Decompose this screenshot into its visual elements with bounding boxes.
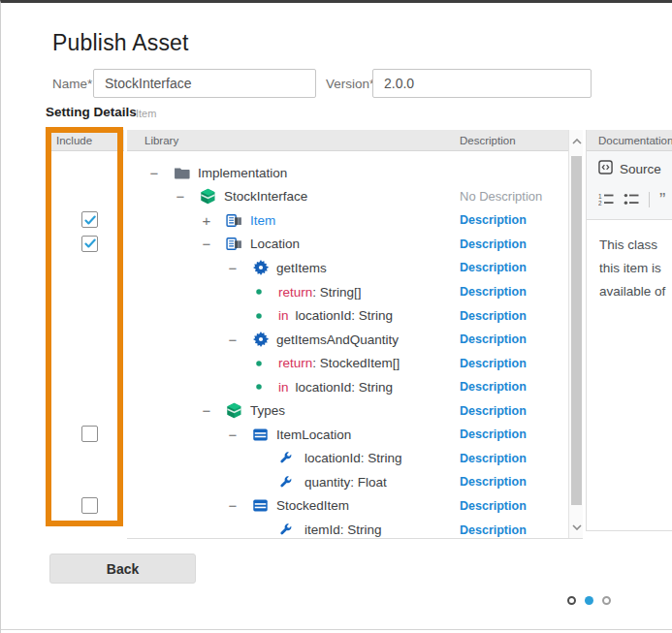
tree-row-getitemsandquantity[interactable]: −getItemsAndQuantityDescription — [127, 328, 568, 352]
name-input[interactable] — [93, 69, 316, 98]
expander-minus-icon[interactable]: − — [147, 166, 161, 180]
tree-node-label: Location — [250, 237, 300, 251]
description-link-getitems-in[interactable]: Description — [460, 309, 527, 323]
documentation-text-line: this item is — [599, 257, 672, 280]
description-link-location[interactable]: Description — [460, 237, 527, 251]
toolbar-divider — [649, 192, 650, 207]
version-label: Version* — [326, 77, 374, 91]
tree-row-getitems-in[interactable]: inlocationId: StringDescription — [127, 303, 568, 328]
tree-row-getitems[interactable]: −getItemsDescription — [127, 256, 568, 280]
expander-minus-icon[interactable]: − — [200, 403, 213, 418]
tree-row-implementation[interactable]: −Implementation — [127, 161, 568, 185]
description-link-itemlocation[interactable]: Description — [460, 427, 527, 441]
documentation-text-line: This class — [599, 234, 672, 257]
ordered-list-icon[interactable]: 12 — [598, 193, 614, 206]
table-header: Library Description — [127, 130, 568, 151]
description-link-si-itemid[interactable]: Description — [460, 523, 527, 537]
tree-node-label: StockInterface — [224, 189, 307, 204]
tree-node-label: inlocationId: String — [278, 308, 393, 323]
tree-row-itemlocation[interactable]: −ItemLocationDescription — [127, 423, 568, 447]
wrench-icon — [278, 476, 292, 489]
tree-row-stockinterface[interactable]: −StockInterfaceNo Description — [127, 185, 568, 209]
struct-icon — [252, 427, 269, 443]
expander-minus-icon[interactable]: − — [174, 189, 187, 204]
setting-details-selected-item: Item — [136, 108, 156, 119]
expander-minus-icon[interactable]: − — [200, 237, 213, 251]
scroll-up-icon[interactable] — [569, 132, 584, 151]
package-icon — [200, 188, 216, 205]
tree-row-gaq-in[interactable]: inlocationId: StringDescription — [127, 375, 568, 399]
publish-asset-dialog: Publish Asset Name* Version* Setting Det… — [0, 0, 672, 633]
param-bullet-icon — [252, 287, 266, 297]
description-link-gaq-in[interactable]: Description — [460, 380, 527, 394]
param-bullet-icon — [252, 359, 266, 368]
scrollbar-thumb[interactable] — [571, 156, 582, 505]
tree-node-label: getItems — [276, 261, 327, 275]
documentation-content: This classthis item isavailable of — [587, 220, 672, 303]
include-checkbox-item-checked[interactable] — [81, 211, 98, 228]
expander-plus-icon[interactable]: + — [200, 213, 213, 228]
tree-row-getitems-return[interactable]: return: String[]Description — [127, 280, 568, 304]
operation-gear-icon — [252, 260, 269, 275]
back-button[interactable]: Back — [49, 554, 196, 584]
operation-gear-icon — [252, 332, 269, 347]
tree-row-stockeditem[interactable]: −StockedItemDescription — [127, 494, 568, 519]
setting-details-label: Setting Details — [46, 105, 137, 119]
dialog-bottom-edge — [1, 629, 672, 630]
svg-text:2: 2 — [598, 200, 602, 206]
wrench-icon — [278, 452, 292, 464]
tree-row-il-locationid[interactable]: locationId: StringDescription — [127, 447, 568, 471]
include-checkbox-location-checked[interactable] — [81, 236, 98, 252]
tree-row-location[interactable]: −LocationDescription — [127, 233, 568, 257]
expander-minus-icon[interactable]: − — [226, 427, 240, 442]
tree-row-gaq-return[interactable]: return: StockedItem[]Description — [127, 351, 568, 375]
description-link-getitemsandquantity[interactable]: Description — [460, 332, 527, 346]
pagination-dot-1-inactive-dark[interactable] — [567, 596, 576, 605]
tree-row-item[interactable]: +ItemDescription — [127, 208, 568, 233]
package-icon — [226, 402, 242, 419]
asset-tree-table: Include Library Description −Implementat… — [46, 130, 583, 539]
expander-minus-icon[interactable]: − — [226, 498, 240, 513]
description-link-getitems[interactable]: Description — [460, 261, 527, 274]
vertical-scrollbar[interactable] — [568, 130, 583, 539]
scroll-down-icon[interactable] — [569, 518, 584, 537]
bullet-list-icon[interactable] — [624, 193, 639, 206]
description-link-gaq-return[interactable]: Description — [460, 357, 527, 370]
include-column — [46, 151, 127, 539]
documentation-panel: Documentation Source 12 ” This classthis… — [586, 130, 672, 531]
tree-row-types[interactable]: −TypesDescription — [127, 399, 568, 424]
description-link-getitems-return[interactable]: Description — [460, 285, 527, 299]
no-description-label: No Description — [460, 189, 542, 204]
include-checkbox-itemlocation-unchecked[interactable] — [81, 426, 98, 442]
description-link-il-locationid[interactable]: Description — [460, 452, 527, 465]
include-checkbox-stockeditem-unchecked[interactable] — [81, 497, 98, 514]
param-direction-keyword: return — [278, 356, 312, 370]
expander-minus-icon[interactable]: − — [226, 332, 240, 347]
interface-icon — [226, 236, 242, 252]
include-column-header: Include — [46, 130, 124, 151]
documentation-toolbar: Source 12 ” — [587, 151, 672, 220]
tree-node-label: return: StockedItem[] — [278, 356, 400, 370]
version-input[interactable] — [372, 69, 592, 98]
tree-node-label: ItemLocation — [276, 427, 351, 442]
tree-node-label: StockedItem — [276, 498, 349, 513]
svg-text:1: 1 — [598, 193, 602, 200]
description-column-header: Description — [460, 130, 516, 151]
description-link-types[interactable]: Description — [460, 404, 527, 418]
tree-node-label: getItemsAndQuantity — [276, 332, 399, 347]
description-link-stockeditem[interactable]: Description — [460, 499, 527, 513]
source-button[interactable]: Source — [598, 160, 661, 177]
expander-minus-icon[interactable]: − — [226, 261, 240, 275]
tree-rows: −Implementation−StockInterfaceNo Descrip… — [127, 151, 568, 539]
wrench-icon — [278, 523, 292, 536]
tree-node-label: quantity: Float — [304, 475, 387, 490]
pagination-dot-2-active[interactable] — [585, 596, 593, 605]
documentation-text-line: available of — [599, 280, 672, 303]
description-link-il-quantity[interactable]: Description — [460, 475, 527, 489]
tree-row-si-itemid[interactable]: itemId: StringDescription — [127, 518, 568, 539]
description-link-item[interactable]: Description — [460, 213, 527, 227]
tree-row-il-quantity[interactable]: quantity: FloatDescription — [127, 470, 568, 494]
tree-node-label: Types — [250, 403, 285, 418]
quote-icon[interactable]: ” — [659, 193, 665, 206]
pagination-dot-3-inactive-light[interactable] — [602, 596, 611, 605]
